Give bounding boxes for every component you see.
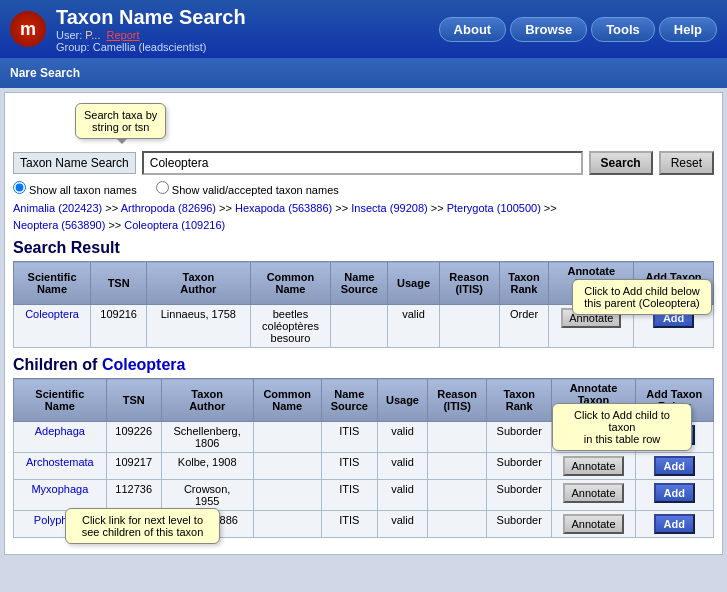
child-source: ITIS — [321, 511, 377, 538]
col-taxon-rank: TaxonRank — [499, 262, 549, 305]
child-col-source: NameSource — [321, 379, 377, 422]
child-author: Crowson,1955 — [161, 480, 253, 511]
tooltip-search-hint: Search taxa bystring or tsn — [75, 103, 166, 139]
child-sci-name-link[interactable]: Adephaga — [35, 425, 85, 437]
child-col-sci-name: ScientificName — [14, 379, 107, 422]
report-link[interactable]: Report — [107, 29, 140, 41]
child-table-row: Myxophaga 112736 Crowson,1955 ITIS valid… — [14, 480, 714, 511]
child-add-btn[interactable]: Add — [654, 514, 695, 534]
col-name-source: NameSource — [331, 262, 388, 305]
child-reason — [428, 453, 487, 480]
result-common: beetlescoléoptèresbesouro — [250, 305, 331, 348]
app-title: Taxon Name Search — [56, 6, 439, 29]
app-header: m Taxon Name Search User: P... Report Gr… — [0, 0, 727, 58]
header-user: User: P... Report — [56, 29, 439, 41]
breadcrumb-coleoptera[interactable]: Coleoptera (109216) — [124, 219, 225, 231]
breadcrumb-animalia[interactable]: Animalia (202423) — [13, 202, 102, 214]
child-reason — [428, 511, 487, 538]
tooltip-child-add: Click to Add child to taxonin this table… — [552, 403, 692, 451]
subheader: Nare Search — [0, 58, 727, 88]
col-tsn: TSN — [91, 262, 147, 305]
child-reason — [428, 422, 487, 453]
child-common — [253, 480, 321, 511]
col-reason: Reason(ITIS) — [439, 262, 499, 305]
result-author: Linnaeus, 1758 — [147, 305, 250, 348]
child-annotate-btn[interactable]: Annotate — [563, 456, 623, 476]
child-common — [253, 511, 321, 538]
radio-area: Show all taxon names Show valid/accepted… — [13, 181, 714, 196]
col-usage: Usage — [388, 262, 440, 305]
child-usage: valid — [377, 453, 428, 480]
child-author: Kolbe, 1908 — [161, 453, 253, 480]
nav-about[interactable]: About — [439, 17, 507, 42]
search-result-header: Search Result — [13, 239, 714, 257]
reset-button[interactable]: Reset — [659, 151, 714, 175]
child-col-usage: Usage — [377, 379, 428, 422]
child-usage: valid — [377, 511, 428, 538]
child-rank: Suborder — [487, 422, 552, 453]
child-add-btn[interactable]: Add — [654, 483, 695, 503]
child-common — [253, 453, 321, 480]
child-common — [253, 422, 321, 453]
child-rank: Suborder — [487, 511, 552, 538]
col-common-name: CommonName — [250, 262, 331, 305]
col-scientific-name: ScientificName — [14, 262, 91, 305]
child-col-rank: TaxonRank — [487, 379, 552, 422]
search-button[interactable]: Search — [589, 151, 653, 175]
nav-tools[interactable]: Tools — [591, 17, 655, 42]
child-col-tsn: TSN — [106, 379, 161, 422]
result-source — [331, 305, 388, 348]
child-source: ITIS — [321, 480, 377, 511]
child-tsn: 109217 — [106, 453, 161, 480]
nav-browse[interactable]: Browse — [510, 17, 587, 42]
tooltip-next-level: Click link for next level tosee children… — [65, 508, 220, 544]
breadcrumb-pterygota[interactable]: Pterygota (100500) — [447, 202, 541, 214]
child-reason — [428, 480, 487, 511]
nav-help[interactable]: Help — [659, 17, 717, 42]
child-col-author: TaxonAuthor — [161, 379, 253, 422]
child-tsn: 109226 — [106, 422, 161, 453]
search-area: Taxon Name Search Search Reset — [13, 151, 714, 175]
col-taxon-author: TaxonAuthor — [147, 262, 250, 305]
result-tsn: 109216 — [91, 305, 147, 348]
child-author: Schellenberg,1806 — [161, 422, 253, 453]
breadcrumb-neoptera[interactable]: Neoptera (563890) — [13, 219, 105, 231]
result-usage: valid — [388, 305, 440, 348]
child-usage: valid — [377, 480, 428, 511]
child-rank: Suborder — [487, 480, 552, 511]
child-annotate-btn[interactable]: Annotate — [563, 483, 623, 503]
search-label: Taxon Name Search — [13, 152, 136, 174]
tooltip-add-child: Click to Add child belowthis parent (Col… — [572, 279, 712, 315]
child-sci-name-link[interactable]: Myxophaga — [31, 483, 88, 495]
child-col-reason: Reason(ITIS) — [428, 379, 487, 422]
children-taxon-name: Coleoptera — [102, 356, 186, 373]
child-tsn: 112736 — [106, 480, 161, 511]
header-group: Group: Camellia (leadscientist) — [56, 41, 439, 53]
result-reason — [439, 305, 499, 348]
child-table-row: Archostemata 109217 Kolbe, 1908 ITIS val… — [14, 453, 714, 480]
breadcrumb-arthropoda[interactable]: Arthropoda (82696) — [121, 202, 216, 214]
radio-valid-names[interactable]: Show valid/accepted taxon names — [156, 184, 339, 196]
child-usage: valid — [377, 422, 428, 453]
breadcrumb-hexapoda[interactable]: Hexapoda (563886) — [235, 202, 332, 214]
child-col-common: CommonName — [253, 379, 321, 422]
search-input[interactable] — [142, 151, 583, 175]
result-rank: Order — [499, 305, 549, 348]
result-sci-name-link[interactable]: Coleoptera — [25, 308, 79, 320]
child-source: ITIS — [321, 453, 377, 480]
header-nav: About Browse Tools Help — [439, 17, 717, 42]
children-header: Children of Coleoptera — [13, 356, 714, 374]
main-content: Search taxa bystring or tsn Taxon Name S… — [4, 92, 723, 555]
subheader-nare-search[interactable]: Nare Search — [10, 66, 80, 80]
child-annotate-btn[interactable]: Annotate — [563, 514, 623, 534]
app-logo: m — [10, 11, 46, 47]
child-source: ITIS — [321, 422, 377, 453]
radio-all-names[interactable]: Show all taxon names — [13, 184, 140, 196]
header-title-area: Taxon Name Search User: P... Report Grou… — [56, 6, 439, 53]
child-add-btn[interactable]: Add — [654, 456, 695, 476]
breadcrumb: Animalia (202423) >> Arthropoda (82696) … — [13, 200, 714, 233]
breadcrumb-insecta[interactable]: Insecta (99208) — [351, 202, 427, 214]
child-rank: Suborder — [487, 453, 552, 480]
child-sci-name-link[interactable]: Archostemata — [26, 456, 94, 468]
